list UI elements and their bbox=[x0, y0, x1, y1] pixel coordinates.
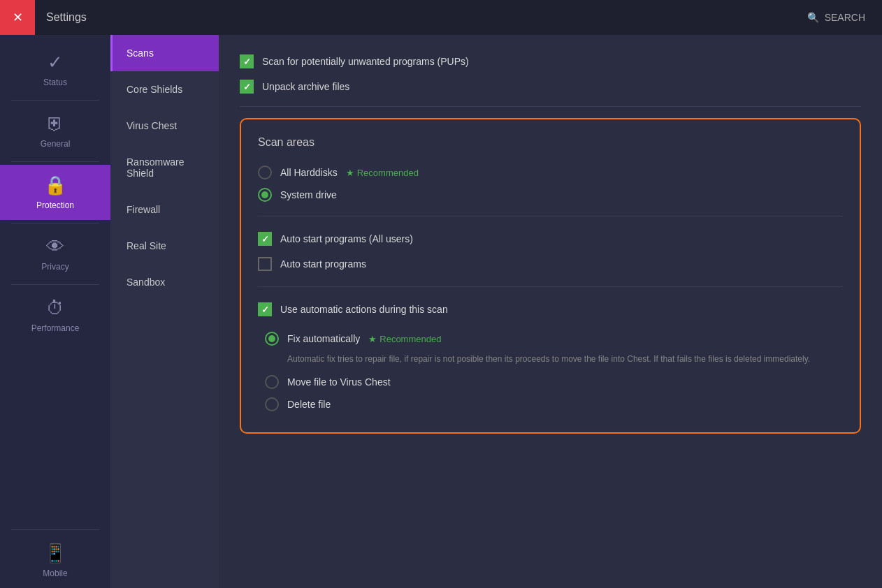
middle-nav: Scans Core Shields Virus Chest Ransomwar… bbox=[110, 35, 219, 588]
main-layout: ✓ Status ⛨ General 🔒 Protection 👁 Privac… bbox=[0, 35, 882, 588]
checkbox-row-auto-start-all: Auto start programs (All users) bbox=[258, 226, 843, 251]
checkbox-row-auto-start: Auto start programs bbox=[258, 251, 843, 277]
checkbox-auto-start-label: Auto start programs bbox=[280, 258, 366, 270]
section-divider-1 bbox=[258, 216, 843, 216]
sidebar-divider-5 bbox=[11, 529, 99, 530]
radio-all-harddisks[interactable] bbox=[258, 166, 272, 179]
checkbox-unpack[interactable] bbox=[240, 80, 254, 94]
nav-item-real-site[interactable]: Real Site bbox=[110, 228, 219, 264]
radio-fix-auto-label: Fix automatically bbox=[287, 333, 360, 344]
sidebar-item-status-label: Status bbox=[43, 78, 67, 87]
privacy-icon: 👁 bbox=[46, 236, 64, 258]
radio-row-all-harddisks: All Harddisks ★ Recommended bbox=[258, 161, 843, 184]
sidebar-item-protection[interactable]: 🔒 Protection bbox=[0, 165, 110, 220]
radio-row-delete-file: Delete file bbox=[265, 393, 843, 416]
content-area: Scan for potentially unwanted programs (… bbox=[219, 35, 882, 588]
sidebar-item-performance[interactable]: ⏱ Performance bbox=[0, 288, 110, 343]
nav-item-virus-chest[interactable]: Virus Chest bbox=[110, 108, 219, 144]
search-icon: 🔍 bbox=[807, 12, 819, 23]
checkbox-auto-start-all[interactable] bbox=[258, 232, 272, 246]
nav-item-firewall[interactable]: Firewall bbox=[110, 191, 219, 228]
radio-fix-auto[interactable] bbox=[265, 332, 279, 346]
radio-system-drive-inner bbox=[261, 191, 268, 198]
sidebar-item-performance-label: Performance bbox=[31, 323, 80, 333]
radio-row-fix-auto: Fix automatically ★ Recommended bbox=[265, 328, 843, 350]
scan-areas-title: Scan areas bbox=[258, 136, 843, 149]
protection-icon: 🔒 bbox=[44, 175, 66, 196]
checkbox-auto-actions-label: Use automatic actions during this scan bbox=[280, 304, 448, 315]
checkbox-auto-start-all-label: Auto start programs (All users) bbox=[280, 233, 413, 244]
general-icon: ⛨ bbox=[46, 113, 64, 135]
partial-top: Scan for potentially unwanted programs (… bbox=[240, 49, 861, 107]
checkbox-pups-label: Scan for potentially unwanted programs (… bbox=[262, 56, 469, 67]
fix-description: Automatic fix tries to repair file, if r… bbox=[287, 353, 843, 365]
sidebar-divider-2 bbox=[11, 161, 99, 162]
recommended-badge-fix: ★ Recommended bbox=[368, 334, 441, 344]
checkbox-pups[interactable] bbox=[240, 54, 254, 68]
radio-move-chest-label: Move file to Virus Chest bbox=[287, 376, 391, 388]
checkbox-auto-start[interactable] bbox=[258, 257, 272, 271]
sidebar-divider-3 bbox=[11, 223, 99, 223]
nav-item-ransomware-shield[interactable]: Ransomware Shield bbox=[110, 144, 219, 191]
close-button[interactable]: ✕ bbox=[0, 0, 35, 35]
left-sidebar: ✓ Status ⛨ General 🔒 Protection 👁 Privac… bbox=[0, 35, 110, 588]
checkbox-row-pups: Scan for potentially unwanted programs (… bbox=[240, 49, 861, 74]
sidebar-item-status[interactable]: ✓ Status bbox=[0, 42, 110, 97]
mobile-icon: 📱 bbox=[44, 543, 66, 564]
radio-system-drive[interactable] bbox=[258, 188, 272, 202]
checkbox-unpack-label: Unpack archive files bbox=[262, 81, 349, 92]
recommended-text-harddisks: Recommended bbox=[357, 168, 419, 178]
sidebar-item-protection-label: Protection bbox=[36, 200, 74, 210]
scan-areas-card: Scan areas All Harddisks ★ Recommended S… bbox=[240, 118, 861, 434]
sidebar-item-general[interactable]: ⛨ General bbox=[0, 103, 110, 159]
sidebar-item-privacy[interactable]: 👁 Privacy bbox=[0, 226, 110, 281]
status-icon: ✓ bbox=[48, 52, 63, 73]
performance-icon: ⏱ bbox=[46, 297, 64, 319]
sidebar-item-general-label: General bbox=[41, 139, 71, 149]
sidebar-item-mobile[interactable]: 📱 Mobile bbox=[0, 533, 110, 588]
nav-item-sandbox[interactable]: Sandbox bbox=[110, 264, 219, 300]
star-icon-harddisks: ★ bbox=[346, 168, 354, 178]
nav-item-scans[interactable]: Scans bbox=[110, 35, 219, 71]
app-title: Settings bbox=[35, 11, 807, 24]
sidebar-bottom: 📱 Mobile bbox=[0, 527, 110, 588]
search-area[interactable]: 🔍 SEARCH bbox=[807, 12, 882, 23]
sidebar-divider-1 bbox=[11, 100, 99, 101]
sidebar-item-mobile-label: Mobile bbox=[43, 568, 67, 578]
sidebar-item-privacy-label: Privacy bbox=[41, 262, 68, 272]
star-icon-fix: ★ bbox=[368, 334, 377, 344]
section-divider-2 bbox=[258, 286, 843, 287]
recommended-badge-harddisks: ★ Recommended bbox=[346, 168, 419, 178]
radio-all-harddisks-label: All Harddisks bbox=[280, 167, 338, 178]
radio-system-drive-label: System drive bbox=[280, 189, 337, 200]
radio-row-system-drive: System drive bbox=[258, 184, 843, 206]
search-label: SEARCH bbox=[825, 12, 865, 23]
radio-move-chest[interactable] bbox=[265, 375, 279, 389]
checkbox-auto-actions[interactable] bbox=[258, 302, 272, 316]
top-bar: ✕ Settings 🔍 SEARCH bbox=[0, 0, 882, 35]
nav-item-core-shields[interactable]: Core Shields bbox=[110, 71, 219, 108]
radio-fix-auto-inner bbox=[268, 335, 275, 342]
radio-delete-file-label: Delete file bbox=[287, 399, 331, 410]
recommended-text-fix: Recommended bbox=[379, 334, 441, 344]
checkbox-row-auto-actions: Use automatic actions during this scan bbox=[258, 297, 843, 322]
radio-row-move-chest: Move file to Virus Chest bbox=[265, 371, 843, 393]
checkbox-row-unpack: Unpack archive files bbox=[240, 74, 861, 99]
sidebar-divider-4 bbox=[11, 284, 99, 285]
radio-delete-file[interactable] bbox=[265, 397, 279, 411]
